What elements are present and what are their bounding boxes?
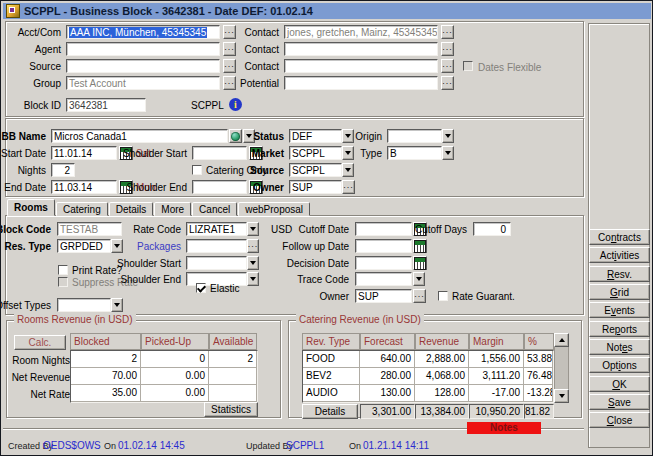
packages-lov-button[interactable]: ... (247, 239, 259, 253)
cat-col-margin: Margin (469, 333, 524, 350)
contact-acct-field[interactable]: jones, gretchen, Mainz, 45345345 (284, 25, 438, 39)
activities-button[interactable]: Activities (589, 247, 650, 263)
trace-code-field[interactable] (355, 272, 412, 286)
packages-field[interactable] (186, 239, 247, 253)
agent-field[interactable] (66, 42, 220, 56)
offset-types-label: Offset Types (0, 299, 51, 312)
rooms-col-available: Available (209, 333, 257, 350)
rate-code-field[interactable]: LIZRATE1 (186, 222, 247, 236)
grid-button[interactable]: Grid (589, 284, 650, 300)
info-icon[interactable]: i (229, 98, 242, 111)
nights-field[interactable]: 2 (51, 163, 75, 177)
status-field[interactable]: DEF (289, 129, 342, 143)
created-on-value: 01.02.14 14:45 (118, 440, 185, 451)
rooms-cell: 0 (141, 351, 209, 368)
source-lov-button[interactable]: ... (223, 59, 236, 73)
trace-code-label: Trace Code (297, 273, 349, 286)
scroll-down-button[interactable] (554, 389, 569, 403)
rooms-cell: 70.00 (71, 368, 141, 385)
follow-up-date-field[interactable] (355, 239, 412, 253)
cat-cell: 130.00 (360, 385, 415, 402)
block-source-dropdown-button[interactable] (342, 163, 354, 177)
acct-com-lov-button[interactable]: ... (223, 25, 236, 39)
origin-field[interactable] (387, 129, 442, 143)
follow-up-date-calendar-button[interactable] (413, 239, 427, 253)
offset-types-dropdown-button[interactable] (111, 298, 123, 312)
status-dropdown-button[interactable] (342, 129, 354, 143)
potential-field[interactable] (284, 76, 438, 90)
agent-lov-button[interactable]: ... (223, 42, 236, 56)
tab-more[interactable]: More (154, 202, 191, 216)
details-button[interactable]: Details (302, 404, 358, 419)
acct-com-field[interactable]: AAA INC, München, 45345345 (66, 25, 220, 39)
res-type-dropdown-button[interactable] (111, 239, 123, 253)
contact-source-field[interactable] (284, 59, 438, 73)
tab-cancel[interactable]: Cancel (192, 202, 237, 216)
cutoff-days-field[interactable]: 0 (473, 222, 511, 236)
offset-types-field[interactable] (57, 298, 111, 312)
block-source-field[interactable]: SCPPL (289, 163, 342, 177)
tab-shoulder-end-dropdown-button[interactable] (247, 272, 259, 286)
cutoff-date-field[interactable] (355, 222, 412, 236)
market-dropdown-button[interactable] (342, 146, 354, 160)
tab-owner-field[interactable]: SUP (355, 289, 412, 303)
owner-lov-button[interactable]: ... (342, 180, 355, 194)
tab-catering[interactable]: Catering (56, 202, 108, 216)
close-button[interactable]: Close (589, 412, 650, 428)
packages-link[interactable]: Packages (137, 240, 181, 253)
contracts-button[interactable]: Contracts (589, 229, 650, 245)
dropdown-arrow-icon (246, 134, 252, 138)
rate-guarant-checkbox[interactable] (438, 291, 448, 301)
start-date-field[interactable]: 11.01.14 (51, 146, 117, 160)
block-source-label: Source (250, 164, 284, 177)
owner-field[interactable]: SUP (289, 180, 342, 194)
shoulder-end-field[interactable] (192, 180, 247, 194)
origin-dropdown-button[interactable] (442, 129, 454, 143)
type-field[interactable]: B (387, 146, 442, 160)
scroll-up-button[interactable] (554, 333, 569, 347)
options-button[interactable]: Options (589, 357, 650, 373)
elastic-checkbox[interactable] (196, 283, 206, 293)
tab-shoulder-start-field[interactable] (186, 256, 247, 270)
block-code-field[interactable]: TESTAB (57, 222, 122, 236)
business-block-window: SCPPL - Business Block - 3642381 - Date … (0, 0, 653, 456)
type-dropdown-button[interactable] (442, 146, 454, 160)
contact-acct-lov-button[interactable]: ... (441, 25, 454, 39)
resv-button[interactable]: Resv. (589, 266, 650, 282)
tab-details[interactable]: Details (109, 202, 154, 216)
app-icon (6, 4, 20, 18)
shoulder-start-field[interactable] (192, 146, 247, 160)
notes-button[interactable]: Notes (589, 339, 650, 355)
catering-only-checkbox[interactable] (192, 165, 202, 175)
trace-code-dropdown-button[interactable] (413, 272, 425, 286)
tab-webproposal[interactable]: webProposal (238, 202, 310, 216)
contact-source-lov-button[interactable]: ... (441, 59, 454, 73)
statistics-button[interactable]: Statistics (204, 402, 258, 417)
tab-shoulder-start-dropdown-button[interactable] (247, 256, 259, 270)
potential-lov-button[interactable]: ... (441, 76, 454, 90)
save-button[interactable]: Save (589, 394, 650, 410)
contact-agent-field[interactable] (284, 42, 438, 56)
bb-name-field[interactable]: Micros Canada1 (51, 129, 228, 143)
group-lov-button[interactable]: ... (223, 76, 236, 90)
tab-owner-lov-button[interactable]: ... (413, 289, 426, 303)
end-date-field[interactable]: 11.03.14 (51, 180, 117, 194)
dropdown-arrow-icon (445, 151, 451, 155)
ok-button[interactable]: OK (589, 376, 650, 392)
market-field[interactable]: SCPPL (289, 146, 342, 160)
reports-button[interactable]: Reports (589, 321, 650, 337)
updated-on-label: On (349, 441, 361, 451)
res-type-field[interactable]: GRPDED (57, 239, 111, 253)
cat-col-revenue: Revenue (415, 333, 469, 350)
events-button[interactable]: Events (589, 302, 650, 318)
decision-date-calendar-button[interactable] (413, 256, 427, 270)
contact-agent-label: Contact (245, 43, 279, 56)
decision-date-field[interactable] (355, 256, 412, 270)
group-field[interactable]: Test Account (66, 76, 220, 90)
rate-code-dropdown-button[interactable] (247, 222, 259, 236)
print-rate-checkbox[interactable] (58, 265, 68, 275)
tab-rooms[interactable]: Rooms (7, 199, 55, 216)
contact-agent-lov-button[interactable]: ... (441, 42, 454, 56)
source-field[interactable] (66, 59, 220, 73)
bb-name-globe-button[interactable] (229, 129, 242, 143)
